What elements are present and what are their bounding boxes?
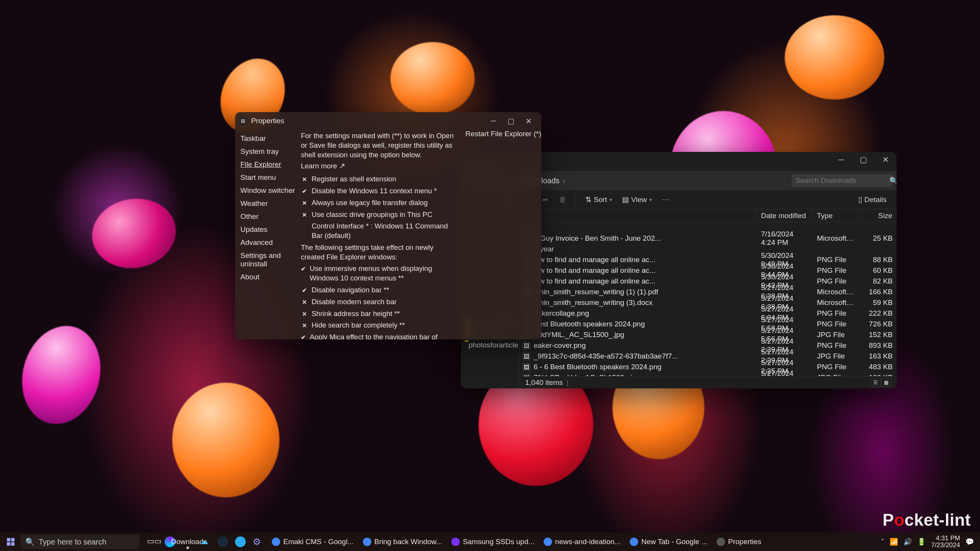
minimize-button[interactable]: ─ — [485, 115, 502, 127]
file-row[interactable]: 📄amin_smith_resume_writing (1) (1).pdf5/… — [520, 287, 897, 297]
file-name: low to find and manage all online ac... — [534, 277, 757, 285]
option-toggle[interactable]: Hide search bar completely ** — [301, 320, 458, 331]
properties-titlebar[interactable]: ⊞ Properties ─ ▢ ✕ — [235, 112, 541, 130]
nav-item-start-menu[interactable]: Start menu — [240, 171, 298, 184]
favicon-icon — [363, 538, 371, 546]
nav-item-about[interactable]: About — [240, 271, 298, 284]
taskbar-window-button[interactable]: New Tab - Google ... — [625, 534, 712, 549]
control-interface-value[interactable]: Control Interface * : Windows 11 Command… — [301, 222, 458, 241]
close-button[interactable]: ✕ — [874, 152, 897, 167]
nav-item-system-tray[interactable]: System tray — [240, 145, 298, 158]
explorer-taskbar-button[interactable]: Downloads — [179, 533, 196, 550]
column-headers[interactable]: Date modified Type Size — [520, 209, 897, 222]
file-row[interactable]: Wamin_smith_resume_writing (3).docx5/27/… — [520, 297, 897, 308]
item-count: 1,040 items — [525, 378, 563, 387]
view-grid-toggle[interactable]: ▦ — [881, 378, 891, 387]
col-size[interactable]: Size — [858, 209, 897, 222]
maximize-button[interactable]: ▢ — [502, 115, 520, 127]
view-button[interactable]: ▤View▾ — [618, 193, 656, 207]
details-pane-button[interactable]: ▯Details — [854, 193, 890, 207]
file-row[interactable]: 🖼71H-CPzgkhL._AC_SL1500_.jpg5/27/2024 2:… — [520, 372, 897, 376]
maximize-button[interactable]: ▢ — [852, 152, 874, 167]
file-row[interactable]: 🖼_9f913c7c-d85d-435e-a572-637bab3ae7f7..… — [520, 351, 897, 362]
taskbar-window-button[interactable]: news-and-ideation... — [539, 534, 625, 549]
system-tray[interactable]: ˄ 📶 🔊 🔋 4:31 PM 7/23/2024 💬 — [881, 535, 978, 549]
file-row[interactable]: 🖼low to find and manage all online ac...… — [520, 265, 897, 276]
option-toggle[interactable]: Disable navigation bar ** — [301, 284, 458, 296]
minimize-button[interactable]: ─ — [830, 152, 852, 167]
onedrive-button[interactable]: ☁ — [197, 533, 214, 550]
taskbar-window-button[interactable]: Properties — [712, 534, 766, 549]
taskbar-search[interactable]: 🔍 Type here to search — [21, 535, 139, 549]
file-date: 5/27/2024 2:25 PM — [757, 369, 813, 376]
option-toggle[interactable]: Use immersive menus when displaying Wind… — [301, 263, 458, 284]
close-button[interactable]: ✕ — [520, 115, 537, 127]
file-row[interactable]: 🖼eaker-cover.png5/27/2024 2:39 PMPNG Fil… — [520, 340, 897, 351]
col-date[interactable]: Date modified — [757, 209, 813, 222]
properties-content: For the settings marked with (**) to wor… — [298, 130, 466, 339]
file-row[interactable]: WerGuy Invoice - Ben Smith - June 202...… — [520, 233, 897, 244]
nav-item-other[interactable]: Other — [240, 210, 298, 223]
windows-logo-icon — [7, 538, 15, 546]
learn-more-link[interactable]: Learn more ↗ — [301, 161, 345, 171]
restart-explorer-link[interactable]: Restart File Explorer (*) — [466, 130, 542, 339]
option-toggle[interactable]: Shrink address bar height ** — [301, 308, 458, 320]
telegram-button[interactable] — [232, 533, 249, 550]
nav-item-advanced[interactable]: Advanced — [240, 236, 298, 249]
nav-item-weather[interactable]: Weather — [240, 197, 298, 210]
file-row[interactable]: 🖼eakercollage.png5/27/2024 6:04 PMPNG Fi… — [520, 308, 897, 319]
tray-chevron-icon[interactable]: ˄ — [881, 538, 884, 546]
wifi-icon[interactable]: 📶 — [890, 538, 898, 546]
nav-item-settings-and-uninstall[interactable]: Settings and uninstall — [240, 249, 298, 271]
search-box[interactable]: 🔍 — [792, 174, 892, 187]
view-list-toggle[interactable]: ☰ — [871, 378, 880, 387]
search-input[interactable] — [795, 176, 886, 185]
taskbar-window-label: Bring back Window... — [374, 538, 442, 546]
file-row[interactable]: 🖼Best Bluetooth speakers 2024.png5/27/20… — [520, 319, 897, 329]
option-toggle[interactable]: Use classic drive groupings in This PC — [301, 209, 458, 221]
option-label: Register as shell extension — [312, 174, 396, 184]
sidebar-item[interactable]: photosforarticle — [461, 339, 519, 351]
option-toggle[interactable]: Disable the Windows 11 context menu * — [301, 185, 458, 197]
more-button[interactable]: ⋯ — [658, 193, 673, 207]
option-toggle[interactable]: Apply Mica effect to the navigation bar … — [301, 331, 458, 339]
option-toggle[interactable]: Register as shell extension — [301, 173, 458, 185]
file-row[interactable]: 🖼low to find and manage all online ac...… — [520, 254, 897, 265]
file-row[interactable]: 🖼low to find and manage all online ac...… — [520, 276, 897, 287]
file-name: low to find and manage all online ac... — [534, 266, 757, 275]
col-type[interactable]: Type — [813, 209, 858, 222]
taskbar-window-button[interactable]: Samsung SSDs upd... — [447, 534, 539, 549]
taskbar-window-button[interactable]: Bring back Window... — [358, 534, 447, 549]
group-header[interactable]: eek — [520, 222, 897, 233]
file-type: PNG File — [813, 266, 858, 275]
file-row[interactable]: 🖼6 - 6 Best Bluetooth speakers 2024.png5… — [520, 362, 897, 372]
nav-item-updates[interactable]: Updates — [240, 223, 298, 236]
notifications-button[interactable]: 💬 — [965, 538, 974, 546]
volume-icon[interactable]: 🔊 — [903, 538, 912, 546]
task-view-button[interactable]: ▭▭ — [144, 533, 161, 550]
group-header[interactable]: r this year — [520, 244, 897, 254]
favicon-icon — [272, 538, 280, 546]
taskbar-window-button[interactable]: Emaki CMS - Googl... — [267, 534, 358, 549]
properties-nav: TaskbarSystem trayFile ExplorerStart men… — [235, 130, 298, 339]
battery-icon[interactable]: 🔋 — [917, 538, 926, 546]
nav-item-window-switcher[interactable]: Window switcher — [240, 184, 298, 197]
file-name: Best Bluetooth speakers 2024.png — [534, 320, 757, 328]
nav-item-file-explorer[interactable]: File Explorer — [240, 158, 298, 171]
nav-item-taskbar[interactable]: Taskbar — [240, 132, 298, 145]
steam-button[interactable] — [214, 533, 231, 550]
file-row[interactable]: 🖼X0dYMlL._AC_SL1500_.jpg5/27/2024 5:56 P… — [520, 329, 897, 340]
sort-button[interactable]: ⇅Sort▾ — [581, 193, 616, 207]
taskbar-clock[interactable]: 4:31 PM 7/23/2024 — [931, 535, 960, 549]
option-toggle[interactable]: Disable modern search bar — [301, 296, 458, 308]
search-icon: 🔍 — [889, 176, 897, 185]
option-toggle[interactable]: Always use legacy file transfer dialog — [301, 197, 458, 209]
search-placeholder: Type here to search — [39, 538, 106, 546]
start-button[interactable] — [2, 534, 19, 549]
settings-button[interactable]: ⚙ — [250, 533, 266, 550]
col-name[interactable] — [520, 209, 757, 222]
file-list[interactable]: eekWerGuy Invoice - Ben Smith - June 202… — [520, 222, 897, 376]
x-icon — [301, 210, 308, 220]
breadcrumb[interactable]: › Downloads › — [516, 176, 788, 185]
file-name: 71H-CPzgkhL._AC_SL1500_.jpg — [534, 373, 757, 376]
